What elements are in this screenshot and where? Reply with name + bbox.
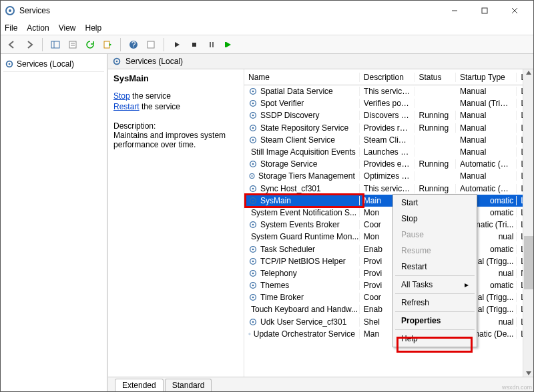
table-row[interactable]: TelephonyProvinualNe <box>244 267 533 279</box>
close-button[interactable] <box>499 1 529 20</box>
table-row[interactable]: Steam Client ServiceSteam Client...Manua… <box>244 134 533 146</box>
menu-help[interactable]: Help <box>85 23 102 33</box>
context-menu: Start Stop Pause Resume Restart All Task… <box>392 194 477 347</box>
scrollbar-thumb[interactable] <box>524 236 533 289</box>
show-hide-tree-button[interactable] <box>48 37 63 52</box>
gear-icon <box>248 135 258 145</box>
svg-rect-11 <box>148 41 154 48</box>
restart-link[interactable]: Restart <box>113 102 140 111</box>
ctx-help[interactable]: Help <box>393 331 477 347</box>
body: Services (Local) Services (Local) SysMai… <box>1 54 533 391</box>
tree-node-services-local[interactable]: Services (Local) <box>3 57 104 72</box>
right-inner: SysMain Stop the service Restart the ser… <box>108 69 533 377</box>
ctx-separator <box>395 311 475 312</box>
minimize-button[interactable] <box>439 1 469 20</box>
menu-action[interactable]: Action <box>27 23 49 33</box>
table-row[interactable]: Storage ServiceProvides ena...RunningAut… <box>244 158 533 170</box>
table-row[interactable]: System Event Notification S...MonomaticL… <box>244 207 533 219</box>
services-icon <box>5 5 15 16</box>
services-window: Services File Action View Help ? <box>0 0 534 392</box>
tabs: Extended Standard <box>108 377 533 391</box>
col-status[interactable]: Status <box>415 73 456 82</box>
maximize-button[interactable] <box>469 1 499 20</box>
window-buttons <box>439 1 529 20</box>
svg-point-43 <box>252 224 254 226</box>
back-button[interactable] <box>5 37 19 52</box>
stop-service-button[interactable] <box>187 37 202 52</box>
svg-text:?: ? <box>131 40 136 49</box>
svg-point-35 <box>251 175 252 177</box>
svg-point-17 <box>9 63 11 65</box>
table-row[interactable]: ThemesProviomaticLoc <box>244 279 533 291</box>
table-row[interactable]: System Events BrokerCooromatic (Tri...Lo… <box>244 219 533 231</box>
table-row[interactable]: Spot VerifierVerifies pote...Manual (Tri… <box>244 97 533 109</box>
table-row[interactable]: Storage Tiers ManagementOptimizes th...M… <box>244 170 533 182</box>
table-row[interactable]: Time BrokerCoornual (Trigg...Loc <box>244 291 533 303</box>
stop-link[interactable]: Stop <box>113 91 130 101</box>
col-description[interactable]: Description <box>360 73 415 82</box>
gear-icon <box>248 87 258 96</box>
ctx-separator <box>395 275 475 276</box>
tab-extended[interactable]: Extended <box>115 379 164 391</box>
watermark: wsxdn.com <box>502 384 532 391</box>
menu-file[interactable]: File <box>5 23 17 33</box>
toolbar-separator <box>120 38 121 51</box>
gear-icon <box>248 99 258 108</box>
ctx-all-tasks[interactable]: All Tasks▸ <box>393 277 477 293</box>
table-row[interactable]: Task SchedulerEnabomaticLoc <box>244 243 533 255</box>
svg-point-21 <box>252 91 254 93</box>
svg-point-61 <box>250 333 250 334</box>
table-row[interactable]: TCP/IP NetBIOS HelperProvinual (Trigg...… <box>244 255 533 267</box>
properties-toolbar-button[interactable] <box>65 37 80 52</box>
pause-service-button[interactable] <box>204 37 219 52</box>
ctx-stop[interactable]: Stop <box>393 211 477 227</box>
table-row[interactable]: Still Image Acquisition EventsLaunches a… <box>244 146 533 158</box>
table-row[interactable]: Sync Host_cf301This service ...RunningAu… <box>244 183 533 195</box>
help-button[interactable]: ? <box>126 37 141 52</box>
restart-service-button[interactable] <box>222 37 236 52</box>
refresh-button[interactable] <box>83 37 97 52</box>
description-label: Description: <box>113 121 238 131</box>
ctx-properties[interactable]: Properties <box>393 313 477 329</box>
table-row[interactable]: SysMainMainomaticLoc <box>244 195 533 207</box>
table-row[interactable]: State Repository ServiceProvides req...R… <box>244 122 533 134</box>
svg-point-47 <box>252 248 254 250</box>
right-pane-header: Services (Local) <box>108 54 533 69</box>
ctx-resume: Resume <box>393 243 477 259</box>
gear-icon <box>248 123 258 133</box>
start-service-button[interactable] <box>170 37 184 52</box>
toolbar-separator <box>42 38 43 51</box>
tab-standard[interactable]: Standard <box>165 379 212 391</box>
stop-text: the service <box>130 91 171 101</box>
ctx-separator <box>395 293 475 294</box>
gear-icon <box>248 269 258 278</box>
table-row[interactable]: Update Orchestrator ServiceManomatic (De… <box>244 328 533 340</box>
ctx-refresh[interactable]: Refresh <box>393 295 477 311</box>
export-button[interactable] <box>100 37 115 52</box>
gear-icon <box>248 171 256 181</box>
forward-button[interactable] <box>22 37 37 52</box>
table-row[interactable]: Udk User Service_cf301ShelnualLoc <box>244 316 533 328</box>
table-row[interactable]: Spatial Data ServiceThis service i...Man… <box>244 85 533 97</box>
col-startup-type[interactable]: Startup Type <box>456 73 517 82</box>
svg-rect-14 <box>212 42 214 47</box>
svg-point-53 <box>252 285 254 287</box>
svg-rect-5 <box>69 41 76 48</box>
table-row[interactable]: System Guard Runtime Mon...MonnualLoc <box>244 231 533 243</box>
table-row[interactable]: SSDP DiscoveryDiscovers ne...RunningManu… <box>244 109 533 121</box>
gear-icon <box>248 317 258 327</box>
ctx-restart[interactable]: Restart <box>393 259 477 275</box>
menu-view[interactable]: View <box>59 23 76 33</box>
vertical-scrollbar[interactable] <box>523 69 533 377</box>
svg-point-59 <box>252 321 254 323</box>
svg-rect-8 <box>104 41 109 48</box>
svg-point-25 <box>252 115 254 117</box>
col-name[interactable]: Name <box>244 73 360 82</box>
detail-pane: SysMain Stop the service Restart the ser… <box>108 69 244 377</box>
gear-icon <box>248 196 258 205</box>
gear-icon <box>248 281 258 290</box>
gear-icon <box>248 293 258 302</box>
ctx-start[interactable]: Start <box>393 195 477 211</box>
table-row[interactable]: Touch Keyboard and Handw...Enabnual (Tri… <box>244 303 533 315</box>
about-button[interactable] <box>144 37 158 52</box>
